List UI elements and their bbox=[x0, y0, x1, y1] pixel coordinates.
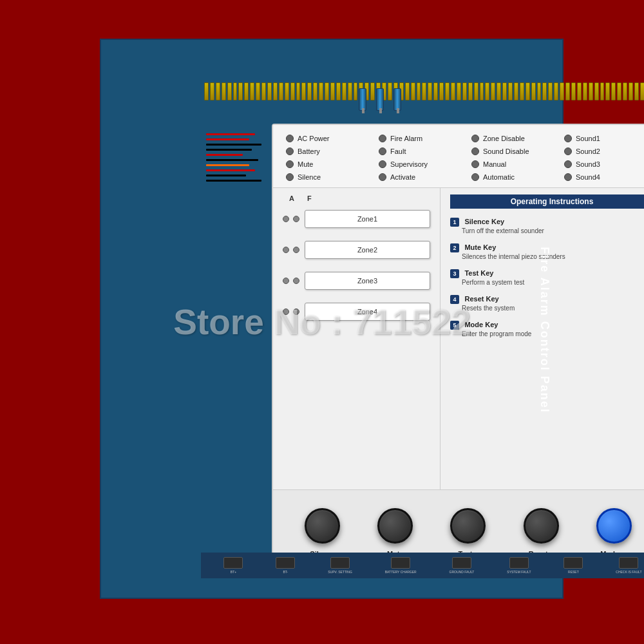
panel-title: Fire Alarm Control Panel bbox=[538, 247, 551, 413]
status-sound1: Sound1 bbox=[564, 135, 644, 142]
bottom-comp-2: BT- bbox=[276, 557, 295, 574]
connector-pin-64 bbox=[571, 82, 576, 100]
zone-leds-1 bbox=[283, 216, 299, 222]
connector-pin-16 bbox=[296, 82, 301, 100]
comp-label-5: GROUND FAULT bbox=[450, 570, 475, 574]
bottom-comp-3: SUPV. SETTING bbox=[328, 557, 352, 574]
status-activate: Activate bbox=[379, 173, 465, 181]
zone-row-1: Zone1 bbox=[283, 210, 430, 228]
led-ac-power bbox=[286, 135, 294, 142]
connector-pin-22 bbox=[330, 82, 335, 100]
zone-leds-2 bbox=[283, 247, 299, 253]
status-sound-disable: Sound Disable bbox=[471, 147, 558, 155]
capacitor-3 bbox=[393, 88, 401, 111]
connector-pin-73 bbox=[623, 82, 627, 100]
status-fault: Fault bbox=[379, 147, 465, 155]
zone-led-2a bbox=[283, 247, 289, 253]
capacitor-1 bbox=[359, 88, 366, 111]
outer-frame: AC Power Fire Alarm Zone Disable Sound1 … bbox=[0, 0, 644, 644]
connector-pin-60 bbox=[548, 82, 553, 100]
connector-pin-44 bbox=[457, 82, 461, 100]
zone-led-3a bbox=[283, 278, 289, 284]
bottom-comp-6: SYSTEM FAULT bbox=[507, 557, 531, 574]
connector-pin-7 bbox=[244, 82, 249, 100]
connector-pin-74 bbox=[629, 82, 633, 100]
led-fault bbox=[379, 147, 386, 155]
connector-pin-1 bbox=[210, 82, 214, 100]
connector-pin-19 bbox=[313, 82, 317, 100]
connector-pin-41 bbox=[439, 82, 444, 100]
btn-group-mute: Mute bbox=[377, 508, 413, 559]
comp-label-1: BT+ bbox=[231, 570, 236, 574]
connector-pin-52 bbox=[502, 82, 507, 100]
connector-pin-40 bbox=[433, 82, 438, 100]
zone-btn-2[interactable]: Zone2 bbox=[305, 241, 430, 259]
label-fire-alarm: Fire Alarm bbox=[390, 135, 422, 142]
status-silence: Silence bbox=[286, 173, 372, 181]
right-panel-label: Fire Alarm Control Panel bbox=[533, 169, 556, 491]
led-sound3 bbox=[564, 160, 572, 168]
label-silence: Silence bbox=[298, 173, 321, 181]
comp-body-4 bbox=[391, 557, 410, 569]
connector-pin-55 bbox=[520, 82, 524, 100]
connector-pin-8 bbox=[250, 82, 254, 100]
led-activate bbox=[379, 173, 386, 181]
led-sound1 bbox=[564, 135, 572, 142]
connector-pin-69 bbox=[600, 82, 605, 100]
label-sound2: Sound2 bbox=[576, 147, 600, 155]
zone-btn-3[interactable]: Zone3 bbox=[305, 272, 430, 290]
instruction-key-4: Reset Key bbox=[464, 295, 498, 303]
zone-led-2f bbox=[293, 247, 299, 253]
connector-pin-75 bbox=[634, 82, 639, 100]
led-sound2 bbox=[564, 147, 572, 155]
connector-pin-59 bbox=[542, 82, 547, 100]
bottom-strip: BT+ BT- SUPV. SETTING BATTERY CHARGER GR… bbox=[201, 553, 644, 578]
connector-pin-10 bbox=[261, 82, 266, 100]
connector-pin-15 bbox=[290, 82, 295, 100]
zone-header: A F bbox=[283, 194, 430, 202]
zone-row-2: Zone2 bbox=[283, 241, 430, 259]
connector-pin-45 bbox=[462, 82, 467, 100]
mute-button[interactable] bbox=[377, 508, 413, 544]
bottom-comp-7: RESET bbox=[564, 557, 583, 574]
mode-button[interactable] bbox=[596, 508, 632, 544]
comp-body-7 bbox=[564, 557, 583, 569]
comp-body-5 bbox=[452, 557, 471, 569]
instruction-num-1: 1 bbox=[450, 218, 459, 227]
connector-pin-43 bbox=[451, 82, 455, 100]
status-manual: Manual bbox=[471, 160, 558, 168]
led-battery bbox=[286, 147, 294, 155]
silence-button[interactable] bbox=[305, 508, 340, 544]
capacitor-2 bbox=[376, 88, 384, 111]
status-mute: Mute bbox=[286, 160, 372, 168]
zone-btn-1[interactable]: Zone1 bbox=[305, 210, 430, 228]
label-fault: Fault bbox=[390, 147, 406, 155]
bottom-comp-8: CHECK IS FAULT bbox=[616, 557, 641, 574]
reset-button[interactable] bbox=[524, 508, 559, 544]
btn-group-test: Test ↑ bbox=[450, 508, 486, 559]
led-sound-disable bbox=[471, 147, 479, 155]
instruction-num-3: 3 bbox=[450, 269, 459, 278]
label-sound-disable: Sound Disable bbox=[483, 147, 529, 155]
connector-pin-11 bbox=[267, 82, 272, 100]
connector-pin-53 bbox=[508, 82, 513, 100]
connector-pin-26 bbox=[354, 82, 358, 100]
led-silence bbox=[286, 173, 294, 181]
led-fire-alarm bbox=[379, 135, 386, 142]
test-button[interactable] bbox=[450, 508, 486, 544]
bottom-comp-1: BT+ bbox=[223, 557, 243, 574]
connector-pin-17 bbox=[301, 82, 306, 100]
status-fire-alarm: Fire Alarm bbox=[379, 135, 465, 142]
instruction-num-5: 5 bbox=[450, 321, 459, 330]
connector-pin-62 bbox=[560, 82, 564, 100]
comp-body-6 bbox=[509, 557, 529, 569]
zone-btn-4[interactable]: Zone4 bbox=[305, 303, 430, 321]
connector-pin-72 bbox=[617, 82, 621, 100]
label-sound3: Sound3 bbox=[576, 160, 600, 168]
connector-pin-61 bbox=[554, 82, 558, 100]
status-sound4: Sound4 bbox=[564, 173, 644, 181]
label-manual: Manual bbox=[483, 160, 506, 168]
label-zone-disable: Zone Disable bbox=[483, 135, 525, 142]
connector-pin-36 bbox=[411, 82, 415, 100]
connector-pin-58 bbox=[537, 82, 542, 100]
